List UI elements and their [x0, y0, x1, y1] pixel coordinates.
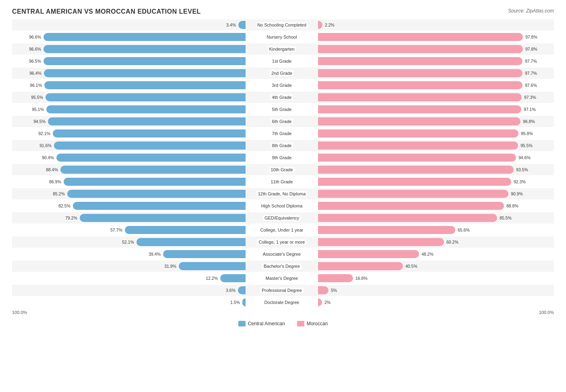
bar-value-left: 96.6% — [26, 47, 41, 51]
left-bar-container: 12.2% — [12, 273, 246, 284]
row-label: 11th Grade — [269, 179, 294, 185]
bar-value-left: 92.1% — [35, 131, 50, 136]
row-label: 12th Grade, No Diploma — [256, 191, 308, 197]
chart-row: 95.5% 4th Grade 97.3% — [12, 92, 554, 103]
chart-row: 12.2% Master's Degree 16.8% — [12, 273, 554, 284]
legend-box-moroccan — [297, 321, 304, 326]
bar-value-left: 95.5% — [28, 95, 43, 100]
chart-row: 96.4% 2nd Grade 97.7% — [12, 68, 554, 79]
bar-right — [318, 262, 403, 270]
bar-value-right: 2% — [324, 300, 340, 305]
bar-value-right: 92.3% — [514, 179, 529, 184]
right-bar-container: 97.6% — [318, 80, 552, 91]
bar-value-left: 1.5% — [225, 300, 240, 305]
bar-value-left: 3.4% — [221, 23, 236, 27]
right-bar-container: 5% — [318, 285, 552, 296]
right-bar-container: 40.5% — [318, 261, 552, 272]
row-label: Bachelor's Degree — [262, 263, 302, 269]
bar-left — [163, 250, 246, 258]
chart-row: 57.7% College, Under 1 year 65.6% — [12, 224, 554, 236]
label-container: 4th Grade — [246, 94, 318, 100]
left-bar-container: 96.1% — [12, 80, 246, 91]
right-bar-container: 48.2% — [318, 248, 552, 260]
bar-right — [318, 69, 523, 77]
bar-value-right: 88.8% — [506, 203, 522, 208]
label-container: 12th Grade, No Diploma — [246, 191, 318, 197]
chart-row: 91.6% 8th Grade 95.5% — [12, 140, 554, 151]
row-label: 1st Grade — [271, 58, 293, 64]
right-bar-container: 85.5% — [318, 212, 552, 224]
label-container: Professional Degree — [246, 287, 318, 293]
left-bar-container: 95.5% — [12, 92, 246, 103]
left-bar-container: 94.5% — [12, 116, 246, 127]
row-label: 10th Grade — [269, 167, 294, 172]
chart-row: 90.4% 9th Grade 94.6% — [12, 152, 554, 163]
left-bar-container: 96.4% — [12, 68, 246, 79]
label-container: 9th Grade — [246, 155, 318, 160]
bar-left — [67, 190, 246, 198]
bar-left — [238, 286, 246, 294]
bar-right — [318, 93, 522, 101]
left-bar-container: 3.4% — [12, 19, 246, 31]
legend: Central American Moroccan — [12, 321, 554, 326]
legend-item-moroccan: Moroccan — [297, 321, 328, 326]
bar-left — [43, 45, 246, 53]
bar-right — [318, 214, 497, 222]
label-container: College, Under 1 year — [246, 227, 318, 233]
chart-row: 92.1% 7th Grade 95.8% — [12, 128, 554, 139]
label-container: Bachelor's Degree — [246, 263, 318, 269]
bar-value-left: 90.4% — [39, 155, 54, 160]
bar-right — [318, 45, 523, 53]
label-container: Kindergarten — [246, 46, 318, 52]
bar-right — [318, 105, 521, 113]
chart-row: 96.6% Nursery School 97.8% — [12, 31, 554, 43]
left-bar-container: 88.4% — [12, 164, 246, 175]
bar-value-left: 91.6% — [36, 143, 52, 148]
bar-value-left: 96.1% — [27, 83, 42, 88]
chart-row: 82.5% High School Diploma 88.8% — [12, 200, 554, 211]
bar-value-left: 31.9% — [161, 264, 176, 269]
bar-left — [238, 21, 246, 29]
chart-row: 85.2% 12th Grade, No Diploma 90.9% — [12, 188, 554, 199]
axis-right: 100.0% — [539, 310, 554, 315]
bar-left — [136, 238, 246, 246]
row-label: 3rd Grade — [270, 82, 293, 88]
right-bar-container: 95.5% — [318, 140, 552, 151]
bar-right — [318, 298, 322, 306]
left-bar-container: 31.9% — [12, 261, 246, 272]
bar-left — [48, 117, 246, 125]
bar-value-left: 94.5% — [30, 119, 45, 124]
right-bar-container: 2.2% — [318, 19, 552, 31]
axis-left: 100.0% — [12, 310, 27, 315]
right-bar-container: 97.3% — [318, 92, 552, 103]
chart-container: CENTRAL AMERICAN VS MOROCCAN EDUCATION L… — [0, 0, 566, 351]
row-label: No Schooling Completed — [256, 22, 308, 28]
chart-row: 86.9% 11th Grade 92.3% — [12, 176, 554, 187]
bar-left — [80, 214, 246, 222]
left-bar-container: 96.6% — [12, 43, 246, 55]
bar-left — [44, 81, 246, 89]
bar-left — [64, 178, 246, 186]
row-label: 4th Grade — [271, 94, 293, 100]
right-bar-container: 90.9% — [318, 188, 552, 199]
bar-value-right: 60.2% — [446, 240, 462, 244]
label-container: Associate's Degree — [246, 251, 318, 257]
row-label: 6th Grade — [271, 119, 293, 124]
bar-right — [318, 117, 521, 125]
bar-right — [318, 142, 518, 150]
bar-left — [54, 142, 246, 150]
bar-right — [318, 57, 523, 65]
row-label: 8th Grade — [271, 143, 293, 148]
label-container: Doctorate Degree — [246, 300, 318, 305]
bar-value-right: 97.1% — [524, 107, 539, 112]
source-label: Source: ZipAtlas.com — [508, 8, 554, 14]
bar-left — [179, 262, 246, 270]
left-bar-container: 79.2% — [12, 212, 246, 224]
bar-left — [43, 33, 246, 41]
row-label: College, Under 1 year — [258, 227, 305, 233]
chart-row: 96.6% Kindergarten 97.8% — [12, 43, 554, 55]
row-label: Doctorate Degree — [263, 300, 301, 305]
bar-value-left: 85.2% — [50, 191, 65, 196]
label-container: 8th Grade — [246, 143, 318, 148]
bar-right — [318, 286, 328, 294]
